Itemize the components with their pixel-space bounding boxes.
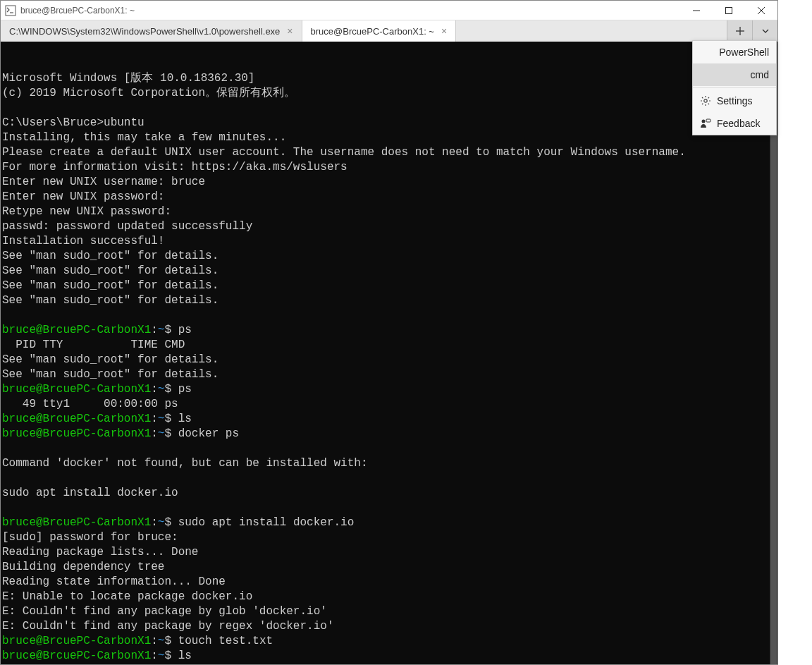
menu-item-label: Settings xyxy=(717,95,753,106)
terminal-line: Microsoft Windows [版本 10.0.18362.30] xyxy=(2,71,776,86)
terminal-line: Enter new UNIX username: bruce xyxy=(2,175,776,190)
close-icon[interactable]: × xyxy=(287,26,293,36)
terminal-line: Reading state information... Done xyxy=(2,575,776,590)
svg-point-8 xyxy=(704,99,707,102)
menu-item-cmd[interactable]: cmd xyxy=(693,63,776,86)
terminal-line: [sudo] password for bruce: xyxy=(2,530,776,545)
terminal-line: sudo apt install docker.io xyxy=(2,486,776,501)
maximize-button[interactable] xyxy=(713,1,745,20)
feedback-icon xyxy=(700,118,711,129)
window-title: bruce@BrcuePC-CarbonX1: ~ xyxy=(20,6,680,16)
terminal-line: See "man sudo_root" for details. xyxy=(2,367,776,382)
terminal-line: 49 tty1 00:00:00 ps xyxy=(2,397,776,412)
new-tab-button[interactable] xyxy=(727,20,752,42)
terminal-pane[interactable]: Microsoft Windows [版本 10.0.18362.30](c) … xyxy=(1,42,777,664)
terminal-line: E: Couldn't find any package by glob 'do… xyxy=(2,604,776,619)
terminal-line: See "man sudo_root" for details. xyxy=(2,279,776,293)
terminal-line: bruce@BrcuePC-CarbonX1:~$ sudo apt insta… xyxy=(2,515,776,530)
terminal-line: E: Unable to locate package docker.io xyxy=(2,590,776,604)
close-button[interactable] xyxy=(745,1,777,20)
terminal-line: PID TTY TIME CMD xyxy=(2,338,776,353)
terminal-line: See "man sudo_root" for details. xyxy=(2,353,776,367)
menu-item-feedback[interactable]: Feedback xyxy=(693,112,776,135)
menu-item-label: Feedback xyxy=(717,118,760,129)
menu-separator xyxy=(693,87,776,88)
terminal-line: Retype new UNIX password: xyxy=(2,205,776,219)
minimize-button[interactable] xyxy=(680,1,713,20)
terminal-line: Building dependency tree xyxy=(2,560,776,575)
terminal-line xyxy=(2,308,776,323)
menu-item-settings[interactable]: Settings xyxy=(693,90,776,112)
new-tab-dropdown: PowerShell cmd Settings Feedback xyxy=(692,40,777,135)
menu-item-label: PowerShell xyxy=(719,47,769,58)
tab-label: bruce@BrcuePC-CarbonX1: ~ xyxy=(311,26,434,37)
terminal-line xyxy=(2,441,776,456)
plus-icon xyxy=(735,26,745,36)
terminal-line xyxy=(2,101,776,116)
tab-label: C:\WINDOWS\System32\WindowsPowerShell\v1… xyxy=(9,26,280,37)
terminal-line: bruce@BrcuePC-CarbonX1:~$ ls xyxy=(2,649,776,664)
tab-dropdown-button[interactable] xyxy=(752,20,777,42)
titlebar: bruce@BrcuePC-CarbonX1: ~ xyxy=(1,1,777,20)
terminal-line: (c) 2019 Microsoft Corporation。保留所有权利。 xyxy=(2,86,776,101)
terminal-line: Command 'docker' not found, but can be i… xyxy=(2,456,776,471)
terminal-line: test.txt xyxy=(2,664,776,664)
terminal-line: bruce@BrcuePC-CarbonX1:~$ docker ps xyxy=(2,427,776,441)
menu-item-label: cmd xyxy=(751,69,769,80)
svg-rect-10 xyxy=(706,119,710,122)
terminal-line: Enter new UNIX password: xyxy=(2,190,776,205)
terminal-line: See "man sudo_root" for details. xyxy=(2,249,776,264)
terminal-line: Reading package lists... Done xyxy=(2,545,776,560)
window-controls xyxy=(680,1,777,20)
terminal-line: See "man sudo_root" for details. xyxy=(2,264,776,279)
svg-rect-3 xyxy=(726,7,732,13)
terminal-line: bruce@BrcuePC-CarbonX1:~$ touch test.txt xyxy=(2,634,776,649)
terminal-line: bruce@BrcuePC-CarbonX1:~$ ps xyxy=(2,382,776,397)
close-icon[interactable]: × xyxy=(441,26,447,36)
terminal-line: For more information visit: https://aka.… xyxy=(2,160,776,175)
terminal-line xyxy=(2,501,776,515)
tab-powershell[interactable]: C:\WINDOWS\System32\WindowsPowerShell\v1… xyxy=(1,20,302,42)
svg-point-9 xyxy=(702,120,706,123)
terminal-line: Please create a default UNIX user accoun… xyxy=(2,145,776,160)
terminal-line: See "man sudo_root" for details. xyxy=(2,293,776,308)
tab-strip: C:\WINDOWS\System32\WindowsPowerShell\v1… xyxy=(1,20,777,42)
terminal-line: bruce@BrcuePC-CarbonX1:~$ ls xyxy=(2,412,776,427)
app-icon xyxy=(5,5,16,16)
terminal-line: Installing, this may take a few minutes.… xyxy=(2,130,776,145)
terminal-window: bruce@BrcuePC-CarbonX1: ~ C:\WINDOWS\Sys… xyxy=(0,0,778,665)
tab-ubuntu[interactable]: bruce@BrcuePC-CarbonX1: ~ × xyxy=(302,20,457,42)
gear-icon xyxy=(700,95,711,106)
svg-rect-0 xyxy=(6,6,16,16)
terminal-line xyxy=(2,471,776,486)
terminal-line: Installation successful! xyxy=(2,234,776,249)
terminal-line: C:\Users\Bruce>ubuntu xyxy=(2,116,776,130)
terminal-line: bruce@BrcuePC-CarbonX1:~$ ps xyxy=(2,323,776,338)
menu-item-powershell[interactable]: PowerShell xyxy=(693,41,776,63)
terminal-line: passwd: password updated successfully xyxy=(2,219,776,234)
terminal-line: E: Couldn't find any package by regex 'd… xyxy=(2,619,776,634)
chevron-down-icon xyxy=(761,27,770,35)
